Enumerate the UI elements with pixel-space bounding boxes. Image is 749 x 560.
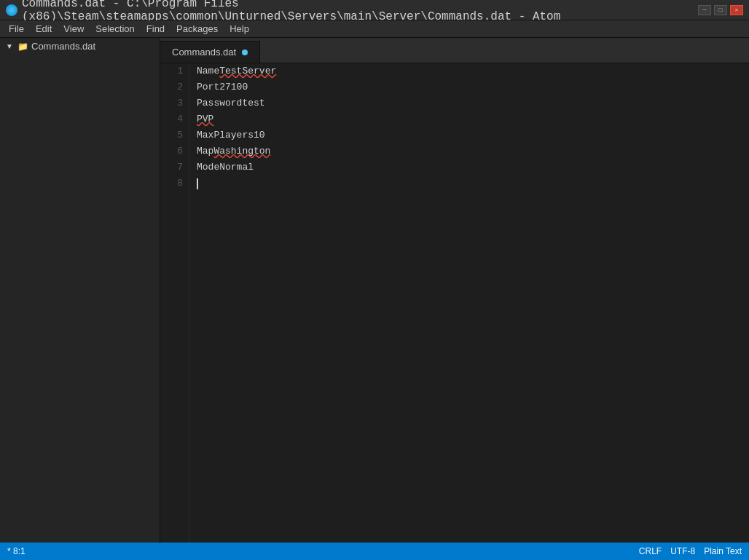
code-value: 10 — [254, 127, 265, 143]
tab-modified-dot — [242, 50, 248, 55]
window-controls: ─ □ ✕ — [698, 5, 743, 15]
line-number-4: 4 — [160, 111, 189, 127]
status-bar: * 8:1 CRLF UTF-8 Plain Text — [0, 543, 749, 560]
status-right: CRLF UTF-8 Plain Text — [639, 546, 742, 556]
code-keyword: Name — [197, 63, 219, 79]
menu-item-find[interactable]: Find — [141, 22, 170, 36]
main-layout: ▼ 📁 Commands.dat Commands.dat 12345678 N… — [0, 38, 749, 543]
code-line-3: Password test — [197, 95, 749, 111]
menu-bar: FileEditViewSelectionFindPackagesHelp — [0, 20, 749, 38]
code-line-5: MaxPlayers 10 — [197, 127, 749, 143]
menu-item-packages[interactable]: Packages — [170, 22, 224, 36]
line-number-2: 2 — [160, 79, 189, 95]
status-language[interactable]: Plain Text — [704, 546, 742, 556]
tree-item-commands[interactable]: ▼ 📁 Commands.dat — [0, 38, 160, 55]
folder-icon: 📁 — [17, 42, 28, 52]
line-number-1: 1 — [160, 63, 189, 79]
close-button[interactable]: ✕ — [730, 5, 743, 15]
code-line-7: Mode Normal — [197, 159, 749, 176]
line-number-5: 5 — [160, 127, 189, 143]
status-cursor-position[interactable]: * 8:1 — [7, 546, 26, 556]
maximize-button[interactable]: □ — [714, 5, 727, 15]
editor-area: Commands.dat 12345678 Name TestServerPor… — [160, 38, 749, 543]
menu-item-selection[interactable]: Selection — [90, 22, 140, 36]
line-number-3: 3 — [160, 95, 189, 111]
sidebar: ▼ 📁 Commands.dat — [0, 38, 160, 543]
menu-item-view[interactable]: View — [58, 22, 90, 36]
code-keyword: Mode — [197, 159, 219, 176]
menu-item-help[interactable]: Help — [224, 22, 255, 36]
line-number-7: 7 — [160, 159, 189, 176]
code-value: test — [242, 95, 264, 111]
code-keyword: MaxPlayers — [197, 127, 254, 143]
status-encoding[interactable]: UTF-8 — [670, 546, 695, 556]
tab-commands[interactable]: Commands.dat — [160, 41, 260, 63]
menu-item-file[interactable]: File — [3, 22, 30, 36]
status-left: * 8:1 — [7, 546, 26, 556]
app-icon — [6, 4, 17, 16]
title-text: Commands.dat - C:\Program Files (x86)\St… — [22, 0, 698, 23]
title-bar: Commands.dat - C:\Program Files (x86)\St… — [0, 0, 749, 20]
sidebar-file-label: Commands.dat — [31, 41, 95, 52]
code-keyword: Map — [197, 143, 213, 159]
tree-arrow-icon: ▼ — [6, 42, 15, 51]
minimize-button[interactable]: ─ — [698, 5, 711, 15]
code-line-6: Map Washington — [197, 143, 749, 159]
code-value: TestServer — [219, 63, 276, 79]
editor-content[interactable]: 12345678 Name TestServerPort 27100Passwo… — [160, 63, 749, 543]
text-cursor — [197, 178, 198, 189]
code-value: 27100 — [219, 79, 248, 95]
tab-bar: Commands.dat — [160, 38, 749, 63]
menu-item-edit[interactable]: Edit — [30, 22, 58, 36]
line-number-6: 6 — [160, 143, 189, 159]
tab-label: Commands.dat — [172, 47, 236, 58]
code-line-8 — [197, 176, 749, 192]
code-value: Washington — [213, 143, 270, 159]
code-line-1: Name TestServer — [197, 63, 749, 79]
line-number-8: 8 — [160, 176, 189, 192]
code-area[interactable]: Name TestServerPort 27100Password testPV… — [189, 63, 749, 543]
code-line-2: Port 27100 — [197, 79, 749, 95]
code-keyword: Password — [197, 95, 242, 111]
line-gutter: 12345678 — [160, 63, 189, 543]
code-value: Normal — [219, 159, 254, 176]
code-line-4: PVP — [197, 111, 749, 127]
code-keyword: Port — [197, 79, 219, 95]
code-keyword: PVP — [197, 111, 213, 127]
status-line-ending[interactable]: CRLF — [639, 546, 662, 556]
